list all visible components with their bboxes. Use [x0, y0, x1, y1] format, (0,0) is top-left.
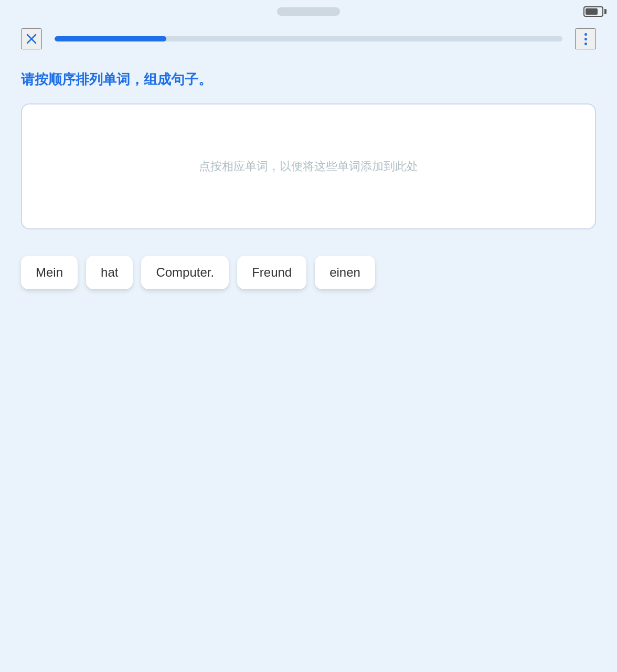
battery-fill — [586, 8, 598, 15]
battery-body — [583, 6, 603, 17]
close-icon — [25, 33, 38, 45]
notch — [277, 7, 340, 16]
word-chips-container: Mein hat Computer. Freund einen — [21, 256, 596, 289]
status-bar — [0, 0, 617, 23]
answer-placeholder: 点按相应单词，以便将这些单词添加到此处 — [199, 159, 418, 174]
more-dots-icon — [584, 33, 587, 45]
word-chip-computer[interactable]: Computer. — [141, 256, 229, 289]
instruction-text: 请按顺序排列单词，组成句子。 — [21, 70, 596, 89]
word-chip-einen[interactable]: einen — [315, 256, 375, 289]
main-content: 请按顺序排列单词，组成句子。 点按相应单词，以便将这些单词添加到此处 Mein … — [0, 55, 617, 305]
answer-box[interactable]: 点按相应单词，以便将这些单词添加到此处 — [21, 103, 596, 229]
progress-bar-container — [55, 36, 562, 41]
dot-2 — [584, 38, 587, 40]
word-chip-hat[interactable]: hat — [86, 256, 133, 289]
word-chip-freund[interactable]: Freund — [237, 256, 306, 289]
dot-3 — [584, 43, 587, 45]
progress-bar-fill — [55, 36, 166, 41]
battery-tip — [604, 9, 607, 14]
close-button[interactable] — [21, 28, 42, 49]
battery-indicator — [583, 6, 607, 17]
word-chip-mein[interactable]: Mein — [21, 256, 78, 289]
dot-1 — [584, 33, 587, 36]
more-options-button[interactable] — [575, 28, 596, 49]
notch-pill — [277, 7, 340, 16]
header — [0, 23, 617, 55]
